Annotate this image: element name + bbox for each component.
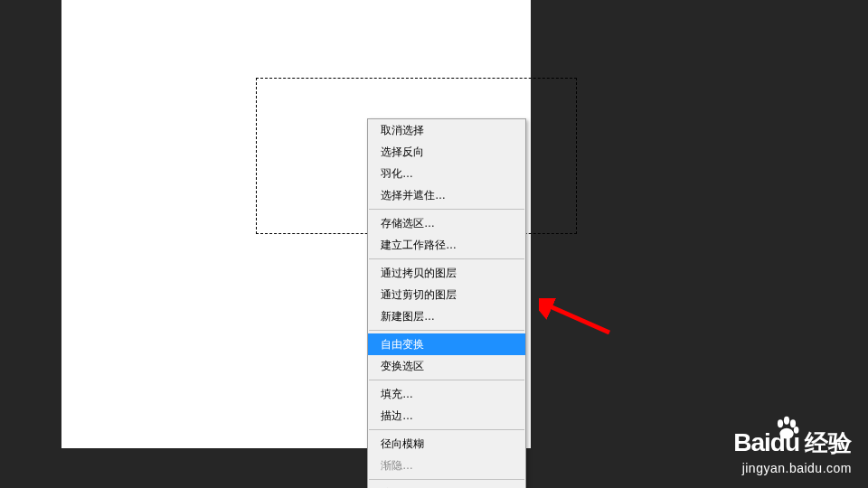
menu-item[interactable]: 变换选区 bbox=[368, 355, 525, 377]
menu-item[interactable]: 选择反向 bbox=[368, 141, 525, 163]
menu-separator bbox=[369, 479, 524, 480]
menu-separator bbox=[369, 429, 524, 430]
menu-item[interactable]: 存储选区… bbox=[368, 212, 525, 234]
menu-item[interactable]: 描边… bbox=[368, 405, 525, 427]
menu-item[interactable]: 通过剪切的图层 bbox=[368, 284, 525, 305]
watermark-brand: Baidu bbox=[733, 428, 799, 457]
context-menu: 取消选择选择反向羽化…选择并遮住…存储选区…建立工作路径…通过拷贝的图层通过剪切… bbox=[367, 118, 526, 488]
watermark-url: jingyan.baidu.com bbox=[733, 461, 852, 475]
menu-item[interactable]: 填充… bbox=[368, 383, 525, 405]
menu-item: 渐隐… bbox=[368, 455, 525, 476]
menu-item[interactable]: 通过拷贝的图层 bbox=[368, 262, 525, 284]
watermark: Baidu 经验 jingyan.baidu.com bbox=[733, 427, 852, 475]
menu-item[interactable]: 选择并遮住… bbox=[368, 184, 525, 206]
menu-item: 渲染 3D 图层 bbox=[368, 483, 525, 488]
menu-item[interactable]: 径向模糊 bbox=[368, 433, 525, 455]
menu-separator bbox=[369, 330, 524, 331]
menu-item[interactable]: 建立工作路径… bbox=[368, 234, 525, 256]
menu-separator bbox=[369, 380, 524, 380]
menu-item[interactable]: 羽化… bbox=[368, 163, 525, 184]
menu-separator bbox=[369, 258, 524, 259]
menu-item[interactable]: 取消选择 bbox=[368, 119, 525, 141]
svg-point-2 bbox=[778, 419, 783, 427]
menu-item[interactable]: 新建图层… bbox=[368, 305, 525, 327]
svg-line-1 bbox=[548, 305, 609, 333]
menu-item[interactable]: 自由变换 bbox=[368, 333, 525, 355]
red-arrow-annotation bbox=[539, 298, 611, 334]
svg-point-3 bbox=[784, 417, 789, 425]
svg-point-4 bbox=[790, 419, 796, 427]
watermark-jingyan: 经验 bbox=[805, 427, 852, 459]
menu-separator bbox=[369, 209, 524, 210]
